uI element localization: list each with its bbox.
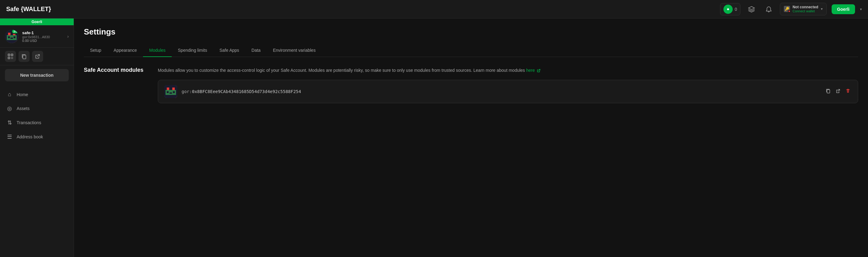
network-chevron-down-icon[interactable]: ▾ <box>860 7 862 11</box>
svg-rect-14 <box>9 58 9 58</box>
user-count-badge[interactable]: 0 <box>720 3 740 15</box>
svg-rect-7 <box>13 36 16 38</box>
threshold-badge: 2/3 <box>11 30 19 34</box>
svg-rect-19 <box>23 55 26 59</box>
svg-rect-15 <box>11 57 12 58</box>
sidebar-item-home[interactable]: ⌂ Home <box>0 88 74 101</box>
svg-rect-27 <box>827 90 830 93</box>
wallet-connect-link[interactable]: Connect wallet <box>793 9 818 13</box>
logo: Safe {WALLET} <box>6 5 51 13</box>
modules-left: Safe Account modules <box>84 67 146 79</box>
sidebar-item-home-label: Home <box>17 92 28 97</box>
sidebar-item-address-book[interactable]: ☰ Address book <box>0 130 74 144</box>
modules-here-link[interactable]: here <box>526 68 541 73</box>
sidebar-network-bar: Goerli <box>0 19 74 25</box>
wallet-status[interactable]: 🔑 Not connected Connect wallet ▾ <box>780 3 827 16</box>
layers-icon-btn[interactable] <box>745 3 758 15</box>
home-icon: ⌂ <box>6 91 13 98</box>
network-button[interactable]: Goerli <box>832 4 855 14</box>
here-link-text: here <box>526 68 535 73</box>
avatar: 2/3 <box>5 30 19 43</box>
qr-code-icon-btn[interactable] <box>5 51 16 62</box>
module-address-prefix: gor: <box>182 89 192 94</box>
svg-rect-16 <box>12 57 13 58</box>
svg-rect-22 <box>172 88 175 90</box>
safe-info: safe-1 gor:0x9831...A830 0.00 USD <box>22 31 63 42</box>
tab-appearance[interactable]: Appearance <box>107 44 143 57</box>
sidebar-item-transactions[interactable]: ⇅ Transactions <box>0 116 74 130</box>
notification-bell-btn[interactable] <box>763 3 775 15</box>
wallet-chevron-down-icon: ▾ <box>821 7 823 11</box>
svg-rect-21 <box>167 88 169 90</box>
new-transaction-button[interactable]: New transaction <box>5 69 69 82</box>
wallet-not-connected-label: Not connected <box>793 5 818 9</box>
safe-address: gor:0x9831...A830 <box>22 35 63 39</box>
svg-rect-3 <box>8 33 10 35</box>
settings-header: Settings Setup Appearance Modules Spendi… <box>74 19 868 57</box>
modules-layout: Safe Account modules Modules allow you t… <box>84 67 858 103</box>
modules-right: Modules allow you to customize the acces… <box>158 67 858 103</box>
open-external-button[interactable] <box>834 87 842 96</box>
module-avatar <box>164 85 177 98</box>
delete-module-button[interactable] <box>844 87 852 96</box>
sidebar-item-address-book-label: Address book <box>17 134 43 139</box>
copy-icon-btn[interactable] <box>19 51 30 62</box>
svg-rect-24 <box>167 91 168 93</box>
module-card: gor:0x8BFC8Eee9CAb43481685D54d73d4e92c55… <box>158 80 858 103</box>
sidebar-account-chevron-icon: › <box>67 34 69 39</box>
svg-point-1 <box>727 8 729 10</box>
sidebar-item-assets[interactable]: ◎ Assets <box>0 101 74 116</box>
sidebar: Goerli 2/3 safe-1 gor:0x9831...A830 0.00… <box>0 19 74 257</box>
modules-description-text: Modules allow you to customize the acces… <box>158 68 525 73</box>
svg-rect-6 <box>8 36 10 38</box>
external-link-icon-btn[interactable] <box>32 51 43 62</box>
svg-rect-25 <box>173 91 175 93</box>
sidebar-account[interactable]: 2/3 safe-1 gor:0x9831...A830 0.00 USD › <box>0 25 74 48</box>
user-count: 0 <box>735 7 737 12</box>
tab-environment-variables[interactable]: Environment variables <box>267 44 322 57</box>
address-book-icon: ☰ <box>6 133 13 140</box>
sidebar-item-transactions-label: Transactions <box>17 120 41 125</box>
section-title: Safe Account modules <box>84 67 146 73</box>
transactions-icon: ⇅ <box>6 119 13 126</box>
svg-rect-12 <box>9 55 9 55</box>
svg-rect-18 <box>12 58 13 59</box>
tab-data[interactable]: Data <box>245 44 267 57</box>
settings-tabs: Setup Appearance Modules Spending limits… <box>84 44 858 57</box>
safe-name: safe-1 <box>22 31 63 35</box>
main-content: Settings Setup Appearance Modules Spendi… <box>74 19 868 257</box>
svg-rect-17 <box>11 58 12 59</box>
svg-rect-26 <box>169 92 172 94</box>
wallet-text-group: Not connected Connect wallet <box>793 5 818 13</box>
page-title: Settings <box>84 27 858 37</box>
settings-content: Safe Account modules Modules allow you t… <box>74 57 868 113</box>
tab-setup[interactable]: Setup <box>84 44 107 57</box>
user-avatar <box>723 5 733 14</box>
layout: Goerli 2/3 safe-1 gor:0x9831...A830 0.00… <box>0 19 868 257</box>
sidebar-quick-actions <box>0 48 74 65</box>
safe-balance: 0.00 USD <box>22 39 63 42</box>
sidebar-nav: ⌂ Home ◎ Assets ⇅ Transactions ☰ Address… <box>0 85 74 147</box>
header: Safe {WALLET} 0 🔑 Not connecte <box>0 0 868 19</box>
module-address: gor:0x8BFC8Eee9CAb43481685D54d73d4e92c55… <box>182 89 820 94</box>
disconnected-dot <box>788 10 790 13</box>
tab-modules[interactable]: Modules <box>143 44 172 57</box>
module-address-value: 0x8BFC8Eee9CAb43481685D54d73d4e92c5588F2… <box>192 89 301 94</box>
sidebar-item-assets-label: Assets <box>17 106 30 111</box>
copy-address-button[interactable] <box>825 87 832 96</box>
modules-description: Modules allow you to customize the acces… <box>158 67 858 74</box>
wallet-icon: 🔑 <box>784 6 790 12</box>
svg-rect-13 <box>12 55 12 55</box>
svg-rect-8 <box>10 38 13 39</box>
module-actions <box>825 87 852 96</box>
tab-safe-apps[interactable]: Safe Apps <box>213 44 245 57</box>
assets-icon: ◎ <box>6 105 13 112</box>
tab-spending-limits[interactable]: Spending limits <box>172 44 213 57</box>
